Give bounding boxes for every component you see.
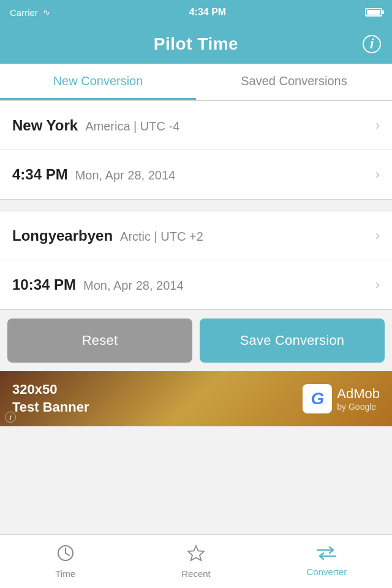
to-city-name: Longyearbyen [12,227,113,244]
from-time-row[interactable]: 4:34 PM Mon, Apr 28, 2014 › [0,150,392,199]
admob-block: G AdMob by Google [303,384,380,413]
bottom-tab-time-label: Time [55,568,75,579]
from-region: America | UTC -4 [85,119,179,134]
status-time: 4:34 PM [189,7,226,18]
from-city-row[interactable]: New York America | UTC -4 › [0,101,392,150]
from-city-name: New York [12,117,78,134]
ad-info-icon: i [5,412,16,423]
admob-logo: G [303,384,332,413]
status-bar-right [365,8,382,17]
save-button[interactable]: Save Conversion [200,318,385,363]
to-city-chevron: › [375,228,380,244]
wifi-icon: ∿ [43,7,50,17]
info-button[interactable]: i [363,35,381,53]
bottom-tab-converter[interactable]: Converter [262,535,392,588]
to-location-section: Longyearbyen Arctic | UTC +2 › 10:34 PM … [0,211,392,310]
status-bar: Carrier ∿ 4:34 PM [0,0,392,24]
section-gap-1 [0,200,392,211]
from-city-chevron: › [375,118,380,134]
svg-line-2 [66,553,69,556]
from-location-section: New York America | UTC -4 › 4:34 PM Mon,… [0,100,392,200]
to-time-row[interactable]: 10:34 PM Mon, Apr 28, 2014 › [0,260,392,309]
status-bar-left: Carrier ∿ [10,7,50,18]
bottom-tab-time[interactable]: Time [0,535,130,588]
bottom-tab-bar: Time Recent Converter [0,534,392,588]
app-title: Pilot Time [154,34,238,54]
ad-banner: 320x50 Test Banner G AdMob by Google i [0,371,392,426]
carrier-label: Carrier [10,7,38,18]
to-city-row[interactable]: Longyearbyen Arctic | UTC +2 › [0,211,392,260]
clock-icon [56,544,75,565]
svg-marker-3 [188,546,204,560]
to-time: 10:34 PM [12,276,76,293]
to-date: Mon, Apr 28, 2014 [83,279,183,293]
to-time-chevron: › [375,277,380,293]
from-date: Mon, Apr 28, 2014 [75,168,175,183]
bottom-tab-recent-label: Recent [181,568,211,579]
tab-new-conversion[interactable]: New Conversion [0,64,196,100]
to-region: Arctic | UTC +2 [120,230,203,244]
admob-brand: AdMob [337,386,380,401]
star-icon [187,544,205,565]
battery-icon [365,8,382,17]
ad-size-label: 320x50 Test Banner [12,381,89,416]
admob-by-google: by Google [337,402,380,412]
from-time-chevron: › [375,167,380,183]
tab-bar: New Conversion Saved Conversions [0,64,392,100]
converter-arrows-icon [316,546,337,563]
tab-saved-conversions[interactable]: Saved Conversions [196,64,392,100]
bottom-tab-converter-label: Converter [306,567,347,577]
app-header: Pilot Time i [0,24,392,64]
bottom-tab-recent[interactable]: Recent [130,535,261,588]
reset-button[interactable]: Reset [7,318,192,363]
from-time: 4:34 PM [12,166,68,183]
main-content: New York America | UTC -4 › 4:34 PM Mon,… [0,100,392,426]
action-buttons: Reset Save Conversion [0,310,392,371]
